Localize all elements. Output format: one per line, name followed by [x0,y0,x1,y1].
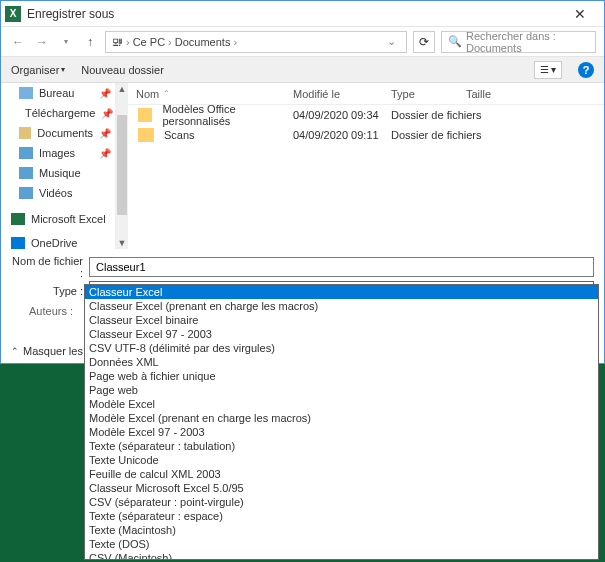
navbar: ← → ▾ ↑ 🖳 › Ce PC › Documents › ⌄ ⟳ 🔍 Re… [1,27,604,57]
filename-label: Nom de fichier : [11,255,83,279]
excel-icon: X [5,6,21,22]
videos-icon [19,187,33,199]
type-option[interactable]: Page web [85,383,598,397]
recent-dropdown[interactable]: ▾ [57,33,75,51]
type-option[interactable]: Classeur Excel binaire [85,313,598,327]
pin-icon: 📌 [99,148,111,159]
type-label: Type : [11,285,83,297]
scroll-thumb[interactable] [117,115,127,215]
type-dropdown-list[interactable]: Classeur ExcelClasseur Excel (prenant en… [84,284,599,560]
type-option[interactable]: Classeur Excel [85,285,598,299]
breadcrumb-part[interactable]: Ce PC [133,36,165,48]
file-name: Scans [164,129,195,141]
new-folder-button[interactable]: Nouveau dossier [81,64,164,76]
onedrive-icon [11,237,25,249]
sidebar-scrollbar[interactable]: ▲ ▼ [116,83,128,249]
type-option[interactable]: Classeur Microsoft Excel 5.0/95 [85,481,598,495]
type-option[interactable]: Texte (séparateur : espace) [85,509,598,523]
search-icon: 🔍 [448,35,462,48]
type-option[interactable]: Modèle Excel (prenant en charge les macr… [85,411,598,425]
back-button[interactable]: ← [9,33,27,51]
sidebar-item[interactable]: Images📌 [1,143,115,163]
table-row[interactable]: Scans04/09/2020 09:11Dossier de fichiers [128,125,604,145]
type-option[interactable]: Données XML [85,355,598,369]
breadcrumb[interactable]: 🖳 › Ce PC › Documents › ⌄ [105,31,407,53]
type-option[interactable]: Classeur Excel 97 - 2003 [85,327,598,341]
search-placeholder: Rechercher dans : Documents [466,30,589,54]
breadcrumb-dropdown[interactable]: ⌄ [387,35,400,48]
sidebar-item[interactable]: Microsoft Excel [1,209,115,229]
pin-icon: 📌 [101,108,113,119]
close-button[interactable]: ✕ [560,2,600,26]
scroll-down-icon[interactable]: ▼ [118,237,127,249]
column-headers: Nom⌃ Modifié le Type Taille [128,83,604,105]
type-option[interactable]: Page web à fichier unique [85,369,598,383]
bureau-icon [19,87,33,99]
file-modified: 04/09/2020 09:34 [293,109,391,121]
sidebar-item[interactable]: Bureau📌 [1,83,115,103]
search-input[interactable]: 🔍 Rechercher dans : Documents [441,31,596,53]
chevron-right-icon: › [168,36,172,48]
sidebar-item[interactable]: Musique [1,163,115,183]
file-type: Dossier de fichiers [391,109,521,121]
sidebar-item-label: Documents [37,127,93,139]
file-modified: 04/09/2020 09:11 [293,129,391,141]
file-name: Modèles Office personnalisés [162,103,293,127]
pin-icon: 📌 [99,128,111,139]
col-modified[interactable]: Modifié le [293,88,391,100]
refresh-button[interactable]: ⟳ [413,31,435,53]
sidebar-item-label: Musique [39,167,81,179]
type-option[interactable]: Texte (séparateur : tabulation) [85,439,598,453]
type-option[interactable]: Classeur Excel (prenant en charge les ma… [85,299,598,313]
sidebar-item[interactable]: Documents📌 [1,123,115,143]
view-button[interactable]: ☰ ▾ [534,61,562,79]
toolbar: Organiser▾ Nouveau dossier ☰ ▾ ? [1,57,604,83]
images-icon [19,147,33,159]
type-option[interactable]: Texte (DOS) [85,537,598,551]
table-row[interactable]: Modèles Office personnalisés04/09/2020 0… [128,105,604,125]
pc-icon: 🖳 [112,36,123,48]
documents-icon [19,127,31,139]
forward-button[interactable]: → [33,33,51,51]
filename-input[interactable] [89,257,594,277]
type-option[interactable]: Feuille de calcul XML 2003 [85,467,598,481]
sidebar-item[interactable]: OneDrive [1,233,115,249]
pin-icon: 📌 [99,88,111,99]
sidebar: Bureau📌Téléchargeme📌Documents📌Images📌Mus… [1,83,116,249]
col-size[interactable]: Taille [466,88,526,100]
sidebar-item-label: OneDrive [31,237,77,249]
sidebar-item-label: Images [39,147,75,159]
excel-icon [11,213,25,225]
scroll-up-icon[interactable]: ▲ [118,83,127,95]
sort-asc-icon: ⌃ [163,89,170,98]
musique-icon [19,167,33,179]
up-button[interactable]: ↑ [81,33,99,51]
type-option[interactable]: Texte (Macintosh) [85,523,598,537]
sidebar-item-label: Vidéos [39,187,72,199]
organise-button[interactable]: Organiser▾ [11,64,65,76]
chevron-right-icon: › [126,36,130,48]
type-option[interactable]: Texte Unicode [85,453,598,467]
type-option[interactable]: CSV (Macintosh) [85,551,598,560]
type-option[interactable]: CSV UTF-8 (délimité par des virgules) [85,341,598,355]
file-type: Dossier de fichiers [391,129,521,141]
sidebar-item-label: Téléchargeme [25,107,95,119]
col-name[interactable]: Nom⌃ [128,88,293,100]
chevron-up-icon: ⌃ [11,346,19,356]
sidebar-item-label: Bureau [39,87,74,99]
sidebar-item[interactable]: Téléchargeme📌 [1,103,115,123]
breadcrumb-part[interactable]: Documents [175,36,231,48]
window-title: Enregistrer sous [27,7,560,21]
titlebar: X Enregistrer sous ✕ [1,1,604,27]
sidebar-item-label: Microsoft Excel [31,213,106,225]
type-option[interactable]: Modèle Excel 97 - 2003 [85,425,598,439]
folder-icon [138,108,152,122]
col-type[interactable]: Type [391,88,466,100]
chevron-right-icon: › [233,36,237,48]
authors-label: Auteurs : [29,305,73,317]
folder-icon [138,128,154,142]
type-option[interactable]: CSV (séparateur : point-virgule) [85,495,598,509]
sidebar-item[interactable]: Vidéos [1,183,115,203]
help-icon[interactable]: ? [578,62,594,78]
type-option[interactable]: Modèle Excel [85,397,598,411]
